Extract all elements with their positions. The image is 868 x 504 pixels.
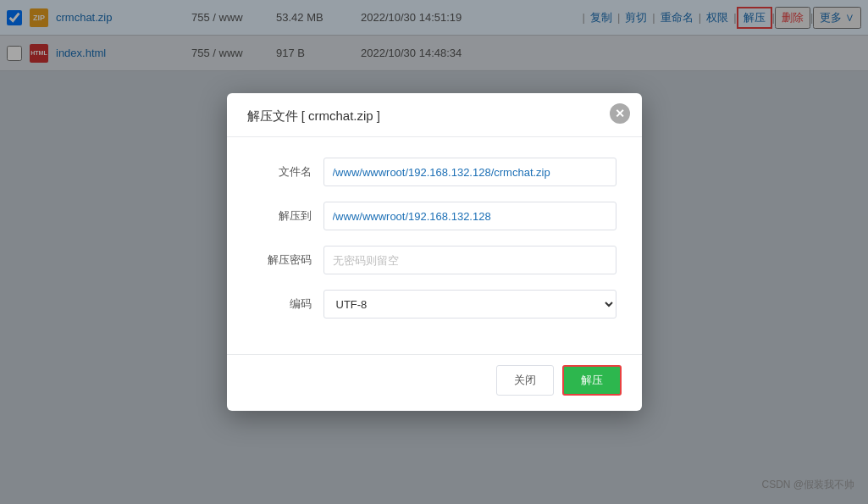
password-row: 解压密码 bbox=[252, 246, 616, 274]
extract-to-row: 解压到 bbox=[252, 202, 616, 230]
close-icon[interactable]: ✕ bbox=[610, 103, 630, 124]
encoding-row: 编码 UTF-8 GBK GB2312 BIG5 bbox=[252, 290, 616, 318]
encoding-label: 编码 bbox=[252, 296, 312, 312]
dialog-footer: 关闭 解压 bbox=[227, 354, 642, 411]
filename-label: 文件名 bbox=[252, 164, 312, 180]
filename-row: 文件名 bbox=[252, 158, 616, 186]
dialog-title: 解压文件 [ crmchat.zip ] bbox=[247, 108, 381, 123]
cancel-button[interactable]: 关闭 bbox=[496, 365, 554, 396]
filename-input[interactable] bbox=[323, 158, 616, 186]
extract-to-input[interactable] bbox=[323, 202, 616, 230]
extract-confirm-button[interactable]: 解压 bbox=[562, 365, 622, 396]
dialog-header: 解压文件 [ crmchat.zip ] bbox=[227, 93, 642, 137]
encoding-select[interactable]: UTF-8 GBK GB2312 BIG5 bbox=[323, 290, 616, 318]
dialog-body: 文件名 解压到 解压密码 编码 UTF-8 bbox=[227, 137, 642, 354]
password-input[interactable] bbox=[323, 246, 616, 274]
watermark: CSDN @假装我不帅 bbox=[761, 478, 854, 492]
modal-overlay: 解压文件 [ crmchat.zip ] ✕ 文件名 解压到 解压密码 bbox=[0, 0, 868, 504]
file-manager: ZIP crmchat.zip 755 / www 53.42 MB 2022/… bbox=[0, 0, 868, 504]
password-label: 解压密码 bbox=[252, 252, 312, 268]
extract-dialog: 解压文件 [ crmchat.zip ] ✕ 文件名 解压到 解压密码 bbox=[227, 93, 642, 411]
extract-to-label: 解压到 bbox=[252, 208, 312, 224]
